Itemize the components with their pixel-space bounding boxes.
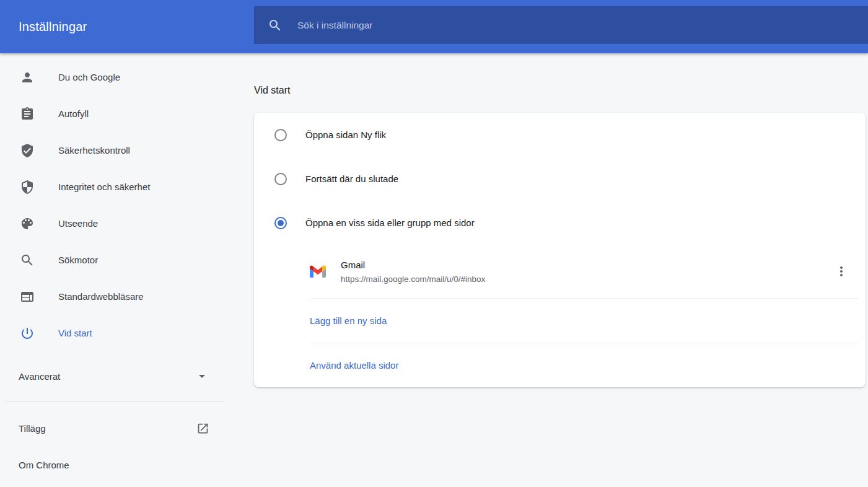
sidebar-item-label: Standardwebbläsare bbox=[58, 291, 144, 302]
top-bar: Inställningar bbox=[0, 0, 868, 53]
option-continue-where-left-off[interactable]: Fortsätt där du slutade bbox=[254, 157, 866, 201]
sidebar-item-label: Autofyll bbox=[58, 108, 89, 119]
sidebar-item-autofill[interactable]: Autofyll bbox=[0, 95, 254, 132]
option-open-specific-pages[interactable]: Öppna en viss sida eller grupp med sidor bbox=[254, 201, 866, 245]
advanced-label: Avancerat bbox=[19, 371, 60, 382]
sidebar-item-on-startup[interactable]: Vid start bbox=[0, 315, 254, 351]
settings-search-box[interactable] bbox=[254, 6, 868, 44]
sidebar-item-about-chrome[interactable]: Om Chrome bbox=[0, 447, 224, 482]
page-title: Inställningar bbox=[19, 20, 87, 34]
use-current-pages-row[interactable]: Använd aktuella sidor bbox=[254, 343, 866, 387]
gmail-icon bbox=[310, 265, 326, 278]
on-startup-card: Öppna sidan Ny flik Fortsätt där du slut… bbox=[254, 113, 866, 387]
sidebar-item-appearance[interactable]: Utseende bbox=[0, 205, 254, 242]
about-label: Om Chrome bbox=[19, 460, 69, 470]
shield-half-icon bbox=[20, 180, 35, 195]
shield-check-icon bbox=[20, 143, 35, 158]
open-in-new-icon bbox=[196, 422, 209, 435]
sidebar-item-privacy-security[interactable]: Integritet och säkerhet bbox=[0, 169, 254, 205]
sidebar-item-label: Säkerhetskontroll bbox=[58, 145, 130, 156]
sidebar-item-safety-check[interactable]: Säkerhetskontroll bbox=[0, 132, 254, 169]
sidebar-divider bbox=[5, 401, 224, 402]
section-title: Vid start bbox=[254, 84, 868, 97]
extensions-label: Tillägg bbox=[19, 423, 46, 434]
more-actions-icon[interactable] bbox=[834, 264, 849, 279]
sidebar-item-label: Utseende bbox=[58, 218, 98, 229]
chevron-down-icon bbox=[195, 369, 209, 384]
power-icon bbox=[20, 326, 35, 341]
startup-page-title: Gmail bbox=[341, 260, 485, 270]
main-content: Vid start Öppna sidan Ny flik Fortsätt d… bbox=[254, 53, 868, 487]
radio-unselected-icon[interactable] bbox=[274, 129, 287, 141]
sidebar-item-search-engine[interactable]: Sökmotor bbox=[0, 242, 254, 278]
sidebar-item-advanced[interactable]: Avancerat bbox=[0, 364, 224, 388]
sidebar-item-label: Sökmotor bbox=[58, 255, 98, 265]
sidebar-item-you-and-google[interactable]: Du och Google bbox=[0, 59, 254, 95]
sidebar-item-label: Vid start bbox=[58, 328, 92, 338]
browser-window-icon bbox=[20, 289, 35, 304]
add-new-page-row[interactable]: Lägg till en ny sida bbox=[254, 299, 866, 343]
search-input[interactable] bbox=[296, 19, 868, 32]
search-icon bbox=[268, 18, 283, 33]
clipboard-icon bbox=[20, 107, 35, 121]
startup-page-info: Gmail https://mail.google.com/mail/u/0/#… bbox=[341, 260, 485, 284]
palette-icon bbox=[20, 216, 35, 231]
radio-selected-icon[interactable] bbox=[274, 217, 287, 229]
magnifier-icon bbox=[20, 253, 35, 268]
person-icon bbox=[20, 70, 35, 85]
add-new-page-link[interactable]: Lägg till en ny sida bbox=[310, 315, 387, 326]
sidebar-item-default-browser[interactable]: Standardwebbläsare bbox=[0, 278, 254, 315]
option-open-new-tab[interactable]: Öppna sidan Ny flik bbox=[254, 113, 866, 157]
radio-unselected-icon[interactable] bbox=[274, 173, 287, 185]
sidebar-item-label: Integritet och säkerhet bbox=[58, 182, 150, 192]
use-current-pages-link[interactable]: Använd aktuella sidor bbox=[310, 360, 398, 371]
startup-page-url: https://mail.google.com/mail/u/0/#inbox bbox=[341, 274, 485, 284]
startup-page-row: Gmail https://mail.google.com/mail/u/0/#… bbox=[254, 245, 866, 298]
settings-sidebar: Du och Google Autofyll Säkerhetskontroll… bbox=[0, 53, 254, 487]
sidebar-item-label: Du och Google bbox=[58, 72, 120, 82]
sidebar-item-extensions[interactable]: Tillägg bbox=[0, 411, 224, 445]
